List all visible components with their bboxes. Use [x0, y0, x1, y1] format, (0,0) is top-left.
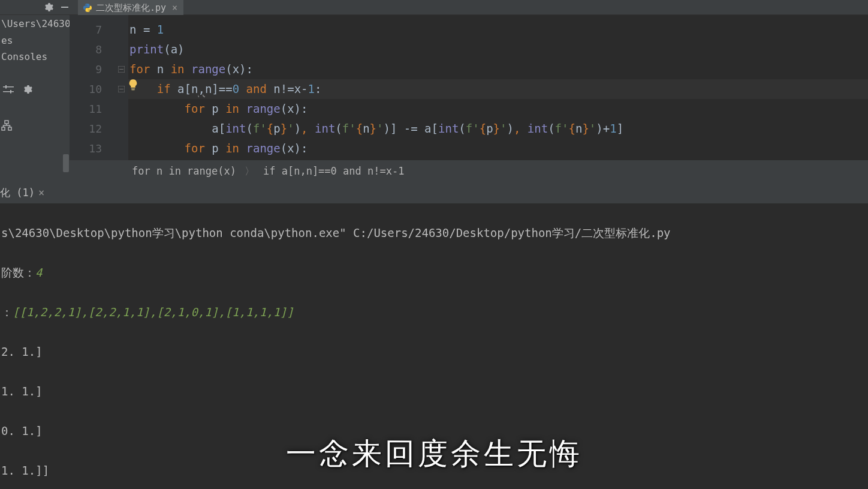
sidebar-item-es[interactable]: es [0, 32, 70, 49]
sliders-icon[interactable] [3, 85, 14, 94]
svg-rect-4 [10, 90, 11, 94]
code-line: print(a) [128, 40, 868, 59]
console-line: 1. 1.] [1, 382, 868, 401]
structure-icon[interactable] [1, 120, 12, 131]
close-icon[interactable]: × [172, 2, 177, 13]
fold-open-icon[interactable] [118, 86, 125, 92]
python-file-icon [83, 3, 92, 13]
console-line: 阶数：4 [1, 263, 868, 283]
gear-icon[interactable] [23, 85, 32, 94]
breadcrumb-item[interactable]: if a[n,n]==0 and n!=x-1 [263, 165, 404, 177]
code-line: for n in range(x): [128, 59, 868, 79]
line-number: 12 [70, 119, 114, 139]
scrollbar-thumb[interactable] [63, 154, 69, 172]
gear-icon[interactable] [44, 2, 53, 12]
sidebar-item-consoles[interactable]: Consoles [0, 49, 70, 65]
line-number: 10 [70, 79, 114, 99]
svg-rect-12 [131, 88, 135, 89]
top-toolbar: 二次型标准化.py × [0, 0, 868, 15]
tab-filename: 二次型标准化.py [96, 2, 166, 14]
code-line: for p in range(x): [128, 99, 868, 119]
chevron-right-icon: 〉 [245, 164, 255, 178]
line-number: 13 [70, 139, 114, 158]
breadcrumb-item[interactable]: for n in range(x) [132, 165, 236, 177]
line-number: 11 [70, 99, 114, 119]
top-left-icons [0, 0, 75, 15]
svg-rect-2 [3, 91, 14, 92]
svg-rect-7 [8, 127, 11, 130]
run-tab-label[interactable]: 化 (1) [0, 186, 35, 200]
fold-column [114, 15, 128, 160]
code-line: a[int(f'{p}'), int(f'{n}')] -= a[int(f'{… [128, 119, 868, 139]
svg-rect-3 [5, 85, 7, 89]
svg-rect-1 [3, 86, 14, 88]
close-icon[interactable]: × [38, 187, 44, 199]
line-number: 9 [70, 59, 114, 79]
breadcrumb[interactable]: for n in range(x) 〉 if a[n,n]==0 and n!=… [70, 160, 868, 182]
line-number: 8 [70, 40, 114, 59]
svg-rect-6 [2, 127, 5, 130]
code-line-current: if a[n,n]==0 and n!=x-1: [128, 79, 868, 99]
lightbulb-icon[interactable] [127, 79, 139, 91]
run-tab-bar: 化 (1) × [0, 182, 868, 203]
sidebar-tool-row [0, 80, 70, 99]
code-area[interactable]: n = 1 print(a) for n in range(x): if a[n… [128, 15, 868, 160]
line-number: 7 [70, 20, 114, 40]
code-line: n = 1 [128, 20, 868, 40]
line-gutter: 7 8 9 10 11 12 13 [70, 15, 114, 160]
code-line: for p in range(x): [128, 139, 868, 158]
minimize-icon[interactable] [61, 3, 69, 11]
fold-open-icon[interactable] [118, 66, 125, 73]
video-subtitle: 一念来回度余生无悔 [0, 434, 868, 474]
console-line: ：[[1,2,2,1],[2,2,1,1],[2,1,0,1],[1,1,1,1… [1, 302, 868, 322]
console-line: s\24630\Desktop\python学习\python conda\py… [1, 223, 868, 243]
svg-rect-5 [5, 121, 8, 124]
project-sidebar: \Users\24630 es Consoles [0, 15, 70, 183]
console-line: 2. 1.] [1, 342, 868, 362]
editor-tab[interactable]: 二次型标准化.py × [78, 0, 183, 15]
svg-rect-0 [61, 7, 68, 8]
project-path[interactable]: \Users\24630 [0, 15, 70, 32]
code-editor[interactable]: 7 8 9 10 11 12 13 n = 1 print(a) for n i… [70, 15, 868, 160]
svg-rect-13 [132, 89, 135, 90]
